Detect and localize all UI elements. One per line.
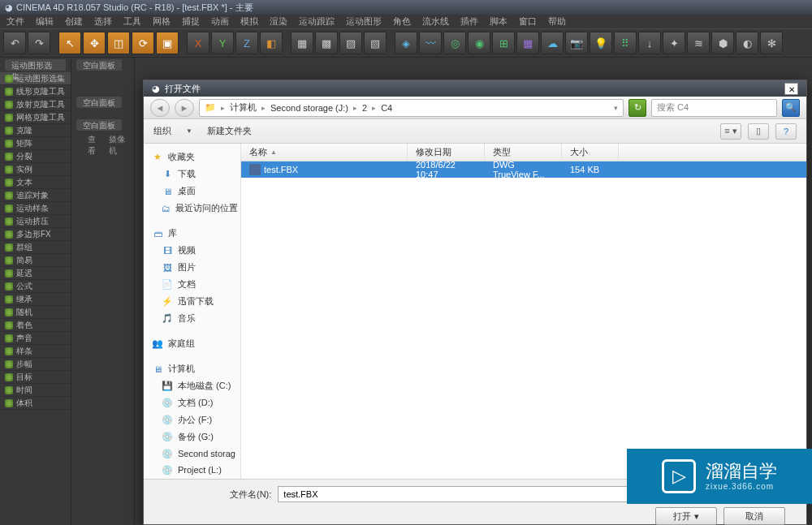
menu-file[interactable]: 文件 (6, 15, 24, 28)
menu-animate[interactable]: 动画 (211, 15, 229, 28)
column-type[interactable]: 类型 (485, 144, 562, 161)
z-axis-lock[interactable]: Z (235, 32, 258, 54)
tree-item[interactable]: 文档 (178, 278, 196, 290)
file-row[interactable]: test.FBX 2018/6/22 10:47 DWG TrueView F.… (241, 161, 806, 178)
new-folder-button[interactable]: 新建文件夹 (207, 125, 252, 137)
sidebar-item[interactable]: 体积 (0, 397, 71, 410)
menu-mesh[interactable]: 网格 (153, 15, 171, 28)
sidebar-item[interactable]: 放射克隆工具 (0, 98, 71, 111)
viewport-tab-camera[interactable]: 摄像机 (109, 134, 129, 145)
rotate-tool[interactable]: ⟳ (132, 32, 154, 54)
sidebar-item[interactable]: 时间 (0, 384, 71, 397)
organize-menu[interactable]: 组织 (153, 125, 171, 137)
menu-plugins[interactable]: 插件 (460, 15, 478, 28)
sidebar-item[interactable]: 着色 (0, 319, 71, 332)
recent-tool[interactable]: ▣ (156, 32, 179, 54)
sidebar-item[interactable]: 网格克隆工具 (0, 111, 71, 124)
tree-item[interactable]: 备份 (G:) (178, 431, 214, 443)
breadcrumb-item[interactable]: 2 (362, 103, 367, 113)
spline-button[interactable]: 〰 (419, 32, 442, 54)
particle-button[interactable]: ✦ (663, 32, 685, 54)
camera-button[interactable]: 📷 (565, 32, 588, 54)
close-button[interactable]: ✕ (784, 83, 798, 95)
undo-button[interactable]: ↶ (3, 32, 26, 54)
snap-button[interactable]: ✻ (760, 32, 783, 54)
menu-help[interactable]: 帮助 (548, 15, 566, 28)
search-button[interactable]: 🔍 (782, 99, 800, 117)
sidebar-item[interactable]: 公式 (0, 280, 71, 293)
menu-window[interactable]: 窗口 (519, 15, 537, 28)
sidebar-item[interactable]: 简易 (0, 254, 71, 267)
sculpt-button[interactable]: ◐ (736, 32, 758, 54)
tree-item[interactable]: 办公 (F:) (178, 414, 212, 426)
sidebar-item[interactable]: 群组 (0, 241, 71, 254)
environment-button[interactable]: ☁ (541, 32, 564, 54)
menu-edit[interactable]: 编辑 (36, 15, 54, 28)
menu-select[interactable]: 选择 (94, 15, 112, 28)
menu-simulate[interactable]: 模拟 (240, 15, 258, 28)
menu-create[interactable]: 创建 (65, 15, 83, 28)
sidebar-item[interactable]: 矩阵 (0, 137, 71, 150)
sidebar-item[interactable]: 文本 (0, 176, 71, 189)
preview-pane-button[interactable]: ▯ (748, 123, 769, 140)
x-axis-lock[interactable]: X (187, 32, 209, 54)
menu-tools[interactable]: 工具 (123, 15, 141, 28)
sidebar-item[interactable]: 运动图形选集 (0, 72, 71, 85)
tree-item[interactable]: 音乐 (178, 312, 196, 325)
array-button[interactable]: ⊞ (492, 32, 515, 54)
tree-item[interactable]: Second storag (178, 449, 235, 458)
move-tool[interactable]: ✥ (83, 32, 106, 54)
column-date[interactable]: 修改日期 (408, 144, 485, 161)
sidebar-item[interactable]: 声音 (0, 332, 71, 345)
tree-favorites[interactable]: 收藏夹 (168, 151, 195, 163)
sidebar-item[interactable]: 实例 (0, 163, 71, 176)
tree-item[interactable]: 下载 (178, 168, 196, 180)
redo-button[interactable]: ↷ (28, 32, 50, 54)
sidebar-item[interactable]: 运动样条 (0, 202, 71, 215)
hair-button[interactable]: ≋ (687, 32, 710, 54)
open-button[interactable]: 打开 ▾ (655, 507, 717, 525)
file-list[interactable]: test.FBX 2018/6/22 10:47 DWG TrueView F.… (241, 161, 806, 479)
cube-button[interactable]: ◈ (395, 32, 417, 54)
tag-button[interactable]: ↓ (638, 32, 661, 54)
sidebar-item[interactable]: 多边形FX (0, 228, 71, 241)
menu-mograph[interactable]: 运动图形 (346, 15, 382, 28)
menu-pipeline[interactable]: 流水线 (422, 15, 449, 28)
breadcrumb[interactable]: 📁 ▸ 计算机 ▸ Second storage (J:) ▸ 2 ▸ C4 ▾ (199, 99, 624, 117)
tree-item[interactable]: 图片 (178, 261, 196, 273)
scale-tool[interactable]: ◫ (107, 32, 130, 54)
menu-render[interactable]: 渲染 (270, 15, 287, 28)
mograph-button[interactable]: ⠿ (614, 32, 637, 54)
deformer-button[interactable]: ▦ (516, 32, 539, 54)
viewport-tab-view[interactable]: 查看 (88, 134, 101, 145)
tree-item[interactable]: 视频 (178, 244, 196, 256)
render-view-button[interactable]: ▦ (291, 32, 313, 54)
panel-tab-blank2[interactable]: 空白面板 (76, 97, 122, 108)
nav-tree[interactable]: ★收藏夹 ⬇下载 🖥桌面 🗂最近访问的位置 🗃库 🎞视频 🖼图片 📄文档 ⚡迅雷… (144, 144, 241, 479)
sidebar-item[interactable]: 目标 (0, 371, 71, 384)
nav-back-button[interactable]: ◄ (150, 99, 170, 117)
refresh-button[interactable]: ↻ (628, 99, 646, 117)
tree-item[interactable]: Project (L:) (178, 465, 222, 475)
view-mode-button[interactable]: ≡ ▾ (720, 123, 741, 140)
sidebar-item[interactable]: 分裂 (0, 150, 71, 163)
menu-tracker[interactable]: 运动跟踪 (299, 15, 335, 28)
menu-script[interactable]: 脚本 (490, 15, 508, 28)
dynamics-button[interactable]: ⬢ (711, 32, 734, 54)
sidebar-item[interactable]: 运动挤压 (0, 215, 71, 228)
sidebar-item[interactable]: 克隆 (0, 124, 71, 137)
render-settings-button[interactable]: ▧ (364, 32, 387, 54)
tree-item[interactable]: 迅雷下载 (178, 295, 214, 308)
sidebar-item[interactable]: 继承 (0, 293, 71, 306)
tree-item[interactable]: 文档 (D:) (178, 397, 213, 409)
breadcrumb-item[interactable]: Second storage (J:) (270, 103, 348, 113)
render-region-button[interactable]: ▩ (315, 32, 338, 54)
column-name[interactable]: 名称▲ (241, 144, 408, 161)
breadcrumb-item[interactable]: 计算机 (230, 101, 257, 114)
search-input[interactable]: 搜索 C4 (651, 99, 777, 117)
sidebar-item[interactable]: 样条 (0, 345, 71, 358)
nav-forward-button[interactable]: ► (175, 99, 194, 117)
tree-library[interactable]: 库 (168, 227, 177, 239)
tree-item[interactable]: 最近访问的位置 (175, 202, 238, 214)
panel-tab-blank1[interactable]: 空白面板 (76, 59, 122, 71)
